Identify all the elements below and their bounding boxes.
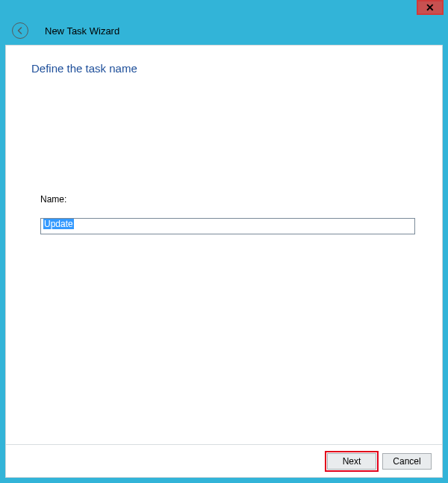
back-button[interactable] <box>12 22 28 39</box>
content-wrap: Define the task name Name: Update Next C… <box>0 45 448 483</box>
form-area: Name: Update <box>6 75 442 234</box>
name-input[interactable]: Update <box>40 218 415 234</box>
name-input-value: Update <box>43 219 74 229</box>
name-label: Name: <box>40 194 415 205</box>
header: New Task Wizard <box>0 16 448 45</box>
cancel-button[interactable]: Cancel <box>382 453 432 470</box>
button-row: Next Cancel <box>6 444 442 477</box>
next-button[interactable]: Next <box>327 453 376 470</box>
titlebar: ✕ <box>0 0 448 16</box>
content-panel: Define the task name Name: Update Next C… <box>5 45 443 478</box>
arrow-left-icon <box>16 26 25 35</box>
close-icon: ✕ <box>426 2 435 13</box>
window-title: New Task Wizard <box>45 25 119 37</box>
wizard-window: ✕ New Task Wizard Define the task name N… <box>0 0 448 483</box>
page-heading: Define the task name <box>6 46 442 75</box>
close-button[interactable]: ✕ <box>417 0 444 15</box>
